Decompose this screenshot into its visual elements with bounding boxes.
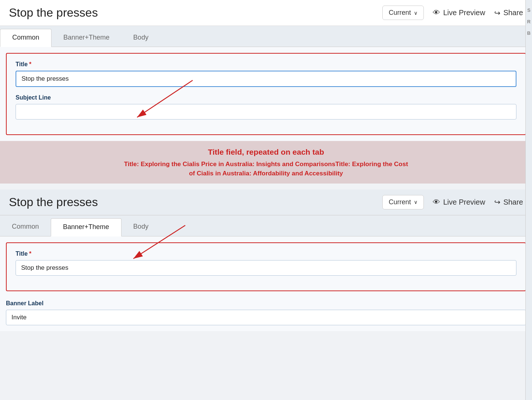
annotation-banner: Title field, repeated on each tab Title:… <box>0 141 532 184</box>
tab-banner-theme-2[interactable]: Banner+Theme <box>51 218 122 236</box>
version-label-2: Current <box>389 198 411 206</box>
tabs-bar-2: Common Banner+Theme Body <box>0 215 532 236</box>
chevron-down-icon-2: ∨ <box>414 199 418 205</box>
header-bar-2: Stop the presses Current ∨ 👁 Live Previe… <box>0 189 532 215</box>
tab-common-2[interactable]: Common <box>0 218 51 236</box>
form-panel-2: Title * <box>6 242 526 291</box>
eye-icon: 👁 <box>433 9 440 17</box>
live-preview-label-1: Live Preview <box>443 9 485 17</box>
chevron-down-icon: ∨ <box>414 10 418 16</box>
annotation-title-field: Title field, repeated on each tab <box>208 148 324 156</box>
sidebar-item-b: B <box>527 30 531 36</box>
share-label-2: Share <box>503 198 523 206</box>
header-bar-1: Stop the presses Current ∨ 👁 Live Previe… <box>0 0 532 26</box>
header-actions-2: 👁 Live Preview ↪ Share <box>433 198 523 206</box>
sidebar-item-r: R <box>527 19 531 24</box>
form-panel-1: Title * Subject Line <box>6 53 526 135</box>
share-button-2[interactable]: ↪ Share <box>494 198 523 206</box>
title-input-1[interactable] <box>16 71 516 87</box>
tab-banner-theme-1[interactable]: Banner+Theme <box>51 29 122 47</box>
required-star-2: * <box>29 251 31 257</box>
banner-label-label: Banner Label <box>6 297 526 307</box>
share-icon: ↪ <box>494 9 501 17</box>
banner-label-input[interactable] <box>6 310 526 325</box>
right-sidebar: S R B <box>525 0 532 400</box>
title-label-2: Title * <box>16 251 516 257</box>
sidebar-item-s: S <box>527 7 531 13</box>
live-preview-button-2[interactable]: 👁 Live Preview <box>433 198 485 206</box>
tab-body-1[interactable]: Body <box>122 29 160 47</box>
version-label: Current <box>389 9 411 17</box>
header-actions: 👁 Live Preview ↪ Share <box>433 9 523 17</box>
share-icon-2: ↪ <box>494 198 501 206</box>
eye-icon-2: 👁 <box>433 198 440 206</box>
share-label-1: Share <box>503 9 523 17</box>
page-title-2: Stop the presses <box>9 195 382 209</box>
live-preview-button-1[interactable]: 👁 Live Preview <box>433 9 485 17</box>
subject-line-field-group-1: Subject Line <box>16 94 516 120</box>
banner-label-section: Banner Label <box>6 297 526 325</box>
required-star-1: * <box>29 61 31 68</box>
title-field-group-2: Title * <box>16 251 516 276</box>
tab-body-2[interactable]: Body <box>122 218 160 236</box>
tabs-bar-1: Common Banner+Theme Body <box>0 26 532 47</box>
share-button-1[interactable]: ↪ Share <box>494 9 523 17</box>
title-label-1: Title * <box>16 61 516 68</box>
title-field-group-1: Title * <box>16 61 516 87</box>
title-input-2[interactable] <box>16 260 516 276</box>
tab-common-1[interactable]: Common <box>0 29 51 47</box>
annotation-banner-line1: Title: Exploring the Cialis Price in Aus… <box>7 159 525 169</box>
page-title-1: Stop the presses <box>9 6 382 20</box>
version-dropdown-2[interactable]: Current ∨ <box>382 195 424 209</box>
version-dropdown[interactable]: Current ∨ <box>382 6 424 20</box>
annotation-banner-line2: of Cialis in Australia: Affordability an… <box>7 169 525 178</box>
subject-line-input-1[interactable] <box>16 104 516 120</box>
subject-line-label-1: Subject Line <box>16 94 516 101</box>
live-preview-label-2: Live Preview <box>443 198 485 206</box>
